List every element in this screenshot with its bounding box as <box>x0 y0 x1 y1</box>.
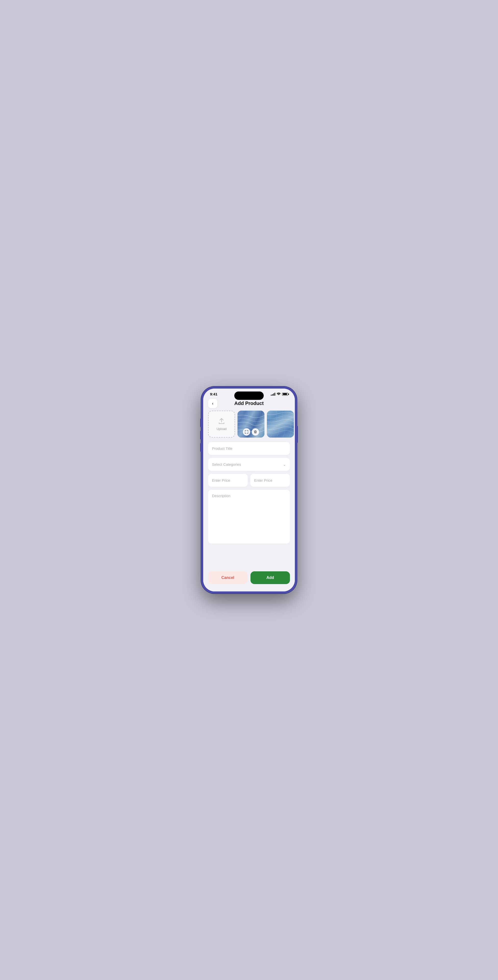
price-input-2[interactable] <box>250 474 290 487</box>
cancel-button[interactable]: Cancel <box>208 571 248 584</box>
status-time: 9:41 <box>210 392 217 396</box>
main-content: ‹ Add Product Upload <box>203 398 295 568</box>
wifi-icon <box>277 392 281 396</box>
price-input-1[interactable] <box>208 474 248 487</box>
page-title: Add Product <box>234 401 264 406</box>
phone-frame: 9:41 <box>201 387 297 593</box>
categories-placeholder: Select Categories <box>212 462 241 466</box>
chevron-down-icon: ⌄ <box>283 463 286 466</box>
product-form: Select Categories ⌄ <box>208 442 290 544</box>
thumbnail-1-overlay <box>243 428 259 436</box>
signal-icon <box>271 393 275 396</box>
add-button[interactable]: Add <box>250 571 290 584</box>
upload-icon <box>218 418 225 426</box>
categories-select[interactable]: Select Categories ⌄ <box>208 458 290 471</box>
bottom-action-bar: Cancel Add <box>203 568 295 592</box>
back-icon: ‹ <box>212 401 213 406</box>
status-icons <box>271 392 288 396</box>
upload-button[interactable]: Upload <box>208 410 235 438</box>
product-title-input[interactable] <box>208 442 290 455</box>
header: ‹ Add Product <box>208 398 290 410</box>
upload-label: Upload <box>216 427 226 431</box>
back-button[interactable]: ‹ <box>208 399 217 408</box>
thumbnail-image-2 <box>267 410 294 438</box>
image-thumbnail-1 <box>237 410 264 438</box>
image-upload-section: Upload <box>208 410 290 438</box>
description-input[interactable] <box>208 490 290 544</box>
expand-button[interactable] <box>243 428 250 436</box>
battery-icon <box>282 393 288 396</box>
image-thumbnail-2 <box>267 410 294 438</box>
dynamic-island <box>234 391 264 400</box>
phone-screen: 9:41 <box>203 388 295 592</box>
delete-button[interactable] <box>252 428 259 436</box>
price-row <box>208 474 290 487</box>
